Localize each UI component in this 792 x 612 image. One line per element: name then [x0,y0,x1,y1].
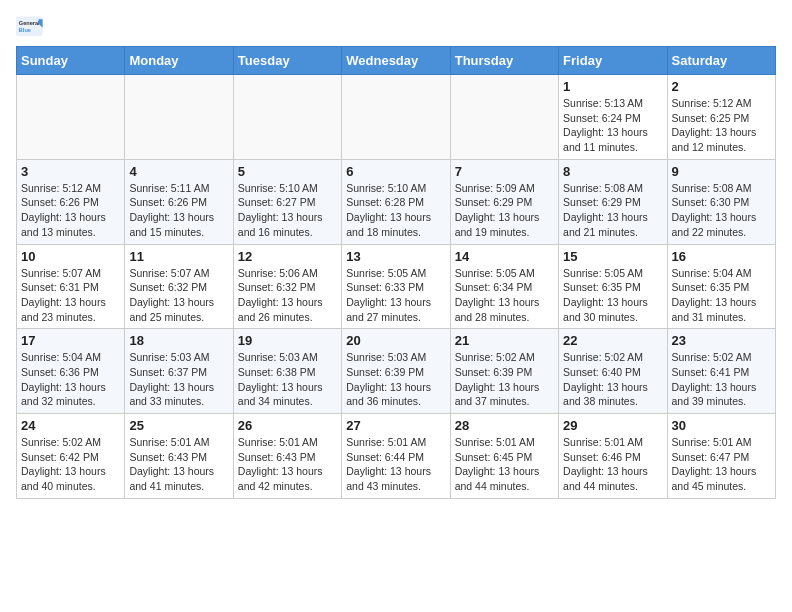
calendar-cell [125,75,233,160]
day-number: 1 [563,79,662,94]
day-number: 11 [129,249,228,264]
day-number: 2 [672,79,771,94]
day-number: 18 [129,333,228,348]
calendar-cell: 18Sunrise: 5:03 AMSunset: 6:37 PMDayligh… [125,329,233,414]
calendar-cell: 17Sunrise: 5:04 AMSunset: 6:36 PMDayligh… [17,329,125,414]
day-number: 20 [346,333,445,348]
day-number: 30 [672,418,771,433]
calendar-week-5: 24Sunrise: 5:02 AMSunset: 6:42 PMDayligh… [17,414,776,499]
day-header-tuesday: Tuesday [233,47,341,75]
calendar-cell: 21Sunrise: 5:02 AMSunset: 6:39 PMDayligh… [450,329,558,414]
day-info: Sunrise: 5:07 AMSunset: 6:31 PMDaylight:… [21,266,120,325]
calendar-cell: 28Sunrise: 5:01 AMSunset: 6:45 PMDayligh… [450,414,558,499]
day-header-thursday: Thursday [450,47,558,75]
svg-text:General: General [19,20,40,26]
calendar-cell: 22Sunrise: 5:02 AMSunset: 6:40 PMDayligh… [559,329,667,414]
day-number: 19 [238,333,337,348]
day-number: 16 [672,249,771,264]
day-info: Sunrise: 5:01 AMSunset: 6:43 PMDaylight:… [129,435,228,494]
day-number: 10 [21,249,120,264]
calendar-week-3: 10Sunrise: 5:07 AMSunset: 6:31 PMDayligh… [17,244,776,329]
day-info: Sunrise: 5:02 AMSunset: 6:42 PMDaylight:… [21,435,120,494]
calendar-cell: 25Sunrise: 5:01 AMSunset: 6:43 PMDayligh… [125,414,233,499]
day-number: 14 [455,249,554,264]
day-info: Sunrise: 5:10 AMSunset: 6:27 PMDaylight:… [238,181,337,240]
day-info: Sunrise: 5:02 AMSunset: 6:40 PMDaylight:… [563,350,662,409]
day-info: Sunrise: 5:01 AMSunset: 6:45 PMDaylight:… [455,435,554,494]
calendar-cell: 29Sunrise: 5:01 AMSunset: 6:46 PMDayligh… [559,414,667,499]
day-number: 25 [129,418,228,433]
calendar-cell: 30Sunrise: 5:01 AMSunset: 6:47 PMDayligh… [667,414,775,499]
calendar-cell: 12Sunrise: 5:06 AMSunset: 6:32 PMDayligh… [233,244,341,329]
day-info: Sunrise: 5:08 AMSunset: 6:30 PMDaylight:… [672,181,771,240]
calendar-cell: 5Sunrise: 5:10 AMSunset: 6:27 PMDaylight… [233,159,341,244]
day-info: Sunrise: 5:11 AMSunset: 6:26 PMDaylight:… [129,181,228,240]
calendar-cell [450,75,558,160]
day-info: Sunrise: 5:06 AMSunset: 6:32 PMDaylight:… [238,266,337,325]
calendar-week-2: 3Sunrise: 5:12 AMSunset: 6:26 PMDaylight… [17,159,776,244]
calendar-cell: 1Sunrise: 5:13 AMSunset: 6:24 PMDaylight… [559,75,667,160]
day-info: Sunrise: 5:03 AMSunset: 6:37 PMDaylight:… [129,350,228,409]
calendar-cell: 23Sunrise: 5:02 AMSunset: 6:41 PMDayligh… [667,329,775,414]
day-number: 8 [563,164,662,179]
calendar-cell: 2Sunrise: 5:12 AMSunset: 6:25 PMDaylight… [667,75,775,160]
day-info: Sunrise: 5:01 AMSunset: 6:43 PMDaylight:… [238,435,337,494]
day-number: 29 [563,418,662,433]
day-info: Sunrise: 5:03 AMSunset: 6:38 PMDaylight:… [238,350,337,409]
day-number: 23 [672,333,771,348]
day-info: Sunrise: 5:02 AMSunset: 6:41 PMDaylight:… [672,350,771,409]
header: General Blue [16,16,776,38]
calendar-header-row: SundayMondayTuesdayWednesdayThursdayFrid… [17,47,776,75]
calendar: SundayMondayTuesdayWednesdayThursdayFrid… [16,46,776,499]
day-info: Sunrise: 5:05 AMSunset: 6:35 PMDaylight:… [563,266,662,325]
day-number: 21 [455,333,554,348]
calendar-cell: 27Sunrise: 5:01 AMSunset: 6:44 PMDayligh… [342,414,450,499]
day-number: 27 [346,418,445,433]
calendar-cell: 10Sunrise: 5:07 AMSunset: 6:31 PMDayligh… [17,244,125,329]
day-info: Sunrise: 5:02 AMSunset: 6:39 PMDaylight:… [455,350,554,409]
calendar-cell: 9Sunrise: 5:08 AMSunset: 6:30 PMDaylight… [667,159,775,244]
day-number: 9 [672,164,771,179]
calendar-cell: 11Sunrise: 5:07 AMSunset: 6:32 PMDayligh… [125,244,233,329]
day-info: Sunrise: 5:05 AMSunset: 6:33 PMDaylight:… [346,266,445,325]
calendar-cell: 15Sunrise: 5:05 AMSunset: 6:35 PMDayligh… [559,244,667,329]
day-number: 12 [238,249,337,264]
logo: General Blue [16,16,44,38]
calendar-cell: 3Sunrise: 5:12 AMSunset: 6:26 PMDaylight… [17,159,125,244]
day-number: 7 [455,164,554,179]
day-info: Sunrise: 5:07 AMSunset: 6:32 PMDaylight:… [129,266,228,325]
day-number: 6 [346,164,445,179]
day-info: Sunrise: 5:12 AMSunset: 6:25 PMDaylight:… [672,96,771,155]
calendar-week-4: 17Sunrise: 5:04 AMSunset: 6:36 PMDayligh… [17,329,776,414]
day-header-monday: Monday [125,47,233,75]
day-info: Sunrise: 5:09 AMSunset: 6:29 PMDaylight:… [455,181,554,240]
day-number: 17 [21,333,120,348]
day-header-wednesday: Wednesday [342,47,450,75]
day-number: 15 [563,249,662,264]
day-info: Sunrise: 5:12 AMSunset: 6:26 PMDaylight:… [21,181,120,240]
calendar-cell: 8Sunrise: 5:08 AMSunset: 6:29 PMDaylight… [559,159,667,244]
day-info: Sunrise: 5:01 AMSunset: 6:44 PMDaylight:… [346,435,445,494]
day-info: Sunrise: 5:03 AMSunset: 6:39 PMDaylight:… [346,350,445,409]
day-header-saturday: Saturday [667,47,775,75]
day-header-sunday: Sunday [17,47,125,75]
day-info: Sunrise: 5:05 AMSunset: 6:34 PMDaylight:… [455,266,554,325]
day-info: Sunrise: 5:01 AMSunset: 6:47 PMDaylight:… [672,435,771,494]
calendar-cell [342,75,450,160]
day-header-friday: Friday [559,47,667,75]
day-number: 28 [455,418,554,433]
calendar-cell: 19Sunrise: 5:03 AMSunset: 6:38 PMDayligh… [233,329,341,414]
day-number: 26 [238,418,337,433]
calendar-cell: 13Sunrise: 5:05 AMSunset: 6:33 PMDayligh… [342,244,450,329]
logo-icon: General Blue [16,16,44,38]
svg-text:Blue: Blue [19,27,31,33]
day-number: 3 [21,164,120,179]
calendar-cell: 14Sunrise: 5:05 AMSunset: 6:34 PMDayligh… [450,244,558,329]
day-info: Sunrise: 5:10 AMSunset: 6:28 PMDaylight:… [346,181,445,240]
day-number: 5 [238,164,337,179]
calendar-week-1: 1Sunrise: 5:13 AMSunset: 6:24 PMDaylight… [17,75,776,160]
day-number: 4 [129,164,228,179]
day-info: Sunrise: 5:04 AMSunset: 6:36 PMDaylight:… [21,350,120,409]
day-number: 13 [346,249,445,264]
day-number: 22 [563,333,662,348]
